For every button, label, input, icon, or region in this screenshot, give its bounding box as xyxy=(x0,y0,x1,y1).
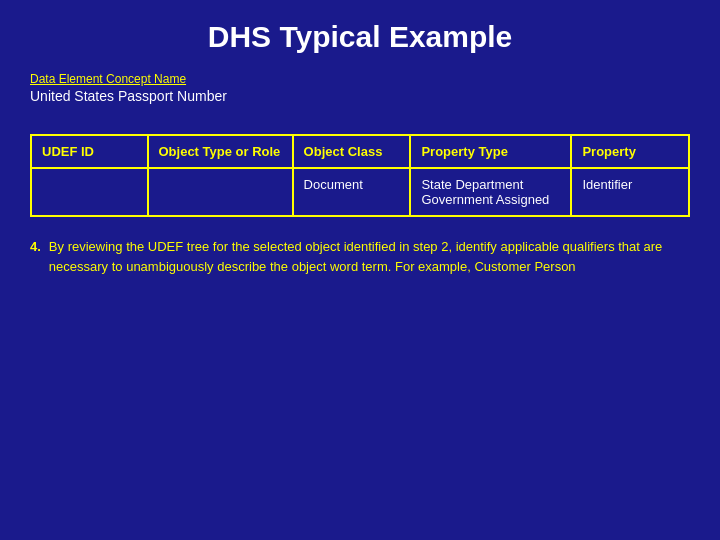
main-table: UDEF ID Object Type or Role Object Class… xyxy=(30,134,690,217)
concept-label: Data Element Concept Name xyxy=(30,72,690,86)
concept-name-value: United States Passport Number xyxy=(30,88,690,104)
cell-property: Identifier xyxy=(571,168,689,216)
header-class: Object Class xyxy=(293,135,411,168)
header-property-type: Property Type xyxy=(410,135,571,168)
step-number: 4. xyxy=(30,237,41,276)
step-text: By reviewing the UDEF tree for the selec… xyxy=(49,237,690,276)
table-row: Document State Department Government Ass… xyxy=(31,168,689,216)
cell-role xyxy=(148,168,293,216)
cell-property-type: State Department Government Assigned xyxy=(410,168,571,216)
cell-class: Document xyxy=(293,168,411,216)
header-property: Property xyxy=(571,135,689,168)
step-4: 4. By reviewing the UDEF tree for the se… xyxy=(30,237,690,276)
table-header-row: UDEF ID Object Type or Role Object Class… xyxy=(31,135,689,168)
header-role: Object Type or Role xyxy=(148,135,293,168)
page-title: DHS Typical Example xyxy=(30,20,690,54)
header-udef: UDEF ID xyxy=(31,135,148,168)
cell-udef xyxy=(31,168,148,216)
page: DHS Typical Example Data Element Concept… xyxy=(0,0,720,540)
